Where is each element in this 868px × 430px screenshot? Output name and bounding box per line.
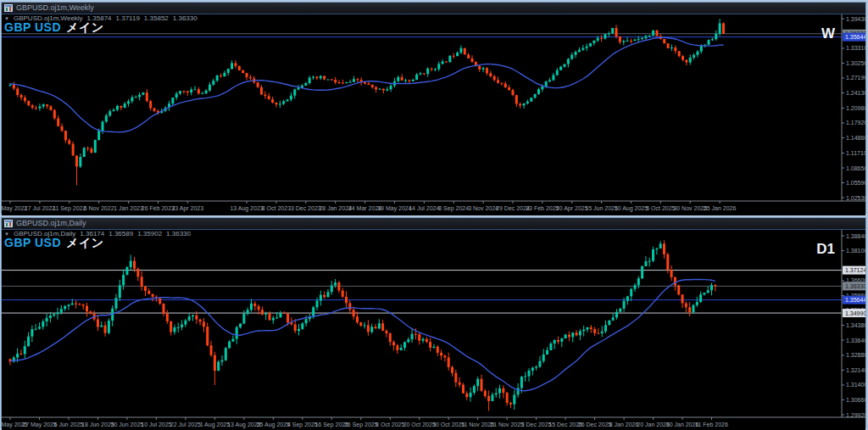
- weekly-candlestick-chart[interactable]: 1.394301.333101.302501.271901.241301.209…: [2, 14, 865, 215]
- svg-text:1.08650: 1.08650: [846, 165, 865, 171]
- svg-text:1.33310: 1.33310: [846, 45, 865, 51]
- svg-text:8 Jan 2026: 8 Jan 2026: [609, 422, 639, 427]
- high-value: 1.36589: [108, 230, 133, 237]
- chart-window-weekly: GBPUSD.oj1m,Weekly 1.394301.333101.30250…: [1, 2, 866, 214]
- svg-text:1.14860: 1.14860: [846, 135, 865, 141]
- window-title: GBPUSD.oj1m,Weekly: [16, 3, 94, 14]
- svg-text:1.30660: 1.30660: [846, 397, 865, 403]
- close-value: 1.36330: [173, 14, 198, 22]
- svg-text:20 Jan 2026: 20 Jan 2026: [637, 422, 670, 427]
- svg-text:29 Dec 2024: 29 Dec 2024: [496, 205, 530, 211]
- svg-text:1.35644: 1.35644: [845, 297, 865, 303]
- daily-candlestick-chart[interactable]: 1.388401.381001.366001.358601.351201.343…: [2, 230, 865, 430]
- weekly-period-label: W: [821, 25, 835, 42]
- svg-text:21 Nov 2025: 21 Nov 2025: [490, 422, 524, 427]
- svg-text:1.05590: 1.05590: [846, 180, 865, 186]
- svg-text:3 Dec 2023: 3 Dec 2023: [291, 205, 321, 211]
- svg-text:3 Nov 2024: 3 Nov 2024: [468, 205, 498, 211]
- weekly-chart-area: 1.394301.333101.302501.271901.241301.209…: [2, 14, 865, 213]
- svg-text:1.02530: 1.02530: [846, 195, 865, 201]
- svg-text:11 Feb 2026: 11 Feb 2026: [695, 422, 728, 427]
- svg-text:1.38100: 1.38100: [846, 248, 865, 254]
- svg-text:25 Aug 2025: 25 Aug 2025: [257, 422, 290, 428]
- svg-text:26 Dec 2025: 26 Dec 2025: [578, 422, 612, 427]
- daily-chart-area: 1.388401.381001.366001.358601.351201.343…: [2, 230, 865, 427]
- daily-window-title-bar[interactable]: GBPUSD.oj1m,Daily: [2, 218, 865, 230]
- svg-text:5 Oct 2025: 5 Oct 2025: [646, 205, 675, 211]
- svg-text:1.35644: 1.35644: [845, 34, 865, 40]
- svg-text:3 Dec 2025: 3 Dec 2025: [521, 422, 552, 427]
- svg-text:23 Apr 2023: 23 Apr 2023: [171, 205, 203, 212]
- svg-text:1.39430: 1.39430: [846, 16, 865, 22]
- low-value: 1.35852: [144, 14, 169, 22]
- svg-text:8 Oct 2023: 8 Oct 2023: [262, 205, 291, 211]
- svg-text:23 Feb 2025: 23 Feb 2025: [526, 205, 559, 211]
- svg-text:1.33640: 1.33640: [846, 338, 865, 343]
- svg-text:20 Apr 2025: 20 Apr 2025: [556, 205, 588, 212]
- svg-text:10 Jul 2025: 10 Jul 2025: [141, 422, 171, 427]
- low-value: 1.35902: [137, 230, 162, 237]
- svg-text:28 Jan 2024: 28 Jan 2024: [319, 205, 352, 211]
- svg-text:1 Jan 2023: 1 Jan 2023: [114, 205, 143, 211]
- svg-text:15 Jun 2025: 15 Jun 2025: [585, 205, 618, 211]
- svg-text:1.27190: 1.27190: [846, 75, 865, 81]
- svg-text:1.31400: 1.31400: [846, 382, 865, 388]
- svg-text:14 Jul 2024: 14 Jul 2024: [409, 205, 439, 211]
- svg-text:1.11710: 1.11710: [846, 150, 865, 156]
- svg-text:30 Jan 2026: 30 Jan 2026: [666, 422, 699, 427]
- svg-text:1.24130: 1.24130: [846, 90, 865, 96]
- svg-text:25 Jan 2026: 25 Jan 2026: [704, 205, 737, 211]
- svg-text:1.20980: 1.20980: [846, 105, 865, 111]
- svg-text:13 Aug 2023: 13 Aug 2023: [230, 205, 263, 212]
- svg-text:10 Aug 2025: 10 Aug 2025: [615, 205, 648, 212]
- svg-text:18 Jun 2025: 18 Jun 2025: [81, 422, 114, 427]
- svg-text:1 Aug 2025: 1 Aug 2025: [200, 422, 231, 428]
- svg-text:22 Jul 2025: 22 Jul 2025: [170, 422, 201, 427]
- chart-window-icon: [4, 220, 13, 227]
- window-title: GBPUSD.oj1m,Daily: [16, 218, 86, 229]
- chart-window-daily: GBPUSD.oj1m,Daily 1.388401.381001.366001…: [1, 217, 866, 428]
- svg-text:1.34990: 1.34990: [845, 310, 865, 316]
- svg-text:27 May 2025: 27 May 2025: [22, 422, 57, 428]
- daily-period-label: D1: [816, 241, 835, 258]
- svg-text:30 Nov 2025: 30 Nov 2025: [673, 205, 707, 211]
- svg-text:1.32880: 1.32880: [846, 352, 865, 358]
- svg-text:30 Oct 2025: 30 Oct 2025: [432, 422, 465, 427]
- svg-text:1.30250: 1.30250: [846, 60, 865, 66]
- svg-text:26 Feb 2023: 26 Feb 2023: [142, 205, 175, 211]
- svg-text:17 Jul 2022: 17 Jul 2022: [25, 205, 55, 211]
- svg-text:1.38840: 1.38840: [846, 233, 865, 239]
- svg-text:1.34380: 1.34380: [846, 322, 865, 328]
- svg-text:1.37124: 1.37124: [845, 267, 865, 273]
- svg-text:11 Sep 2022: 11 Sep 2022: [53, 205, 86, 212]
- symbol-watermark: GBP USDメイン: [4, 236, 104, 251]
- svg-text:30 Jun 2025: 30 Jun 2025: [111, 422, 144, 427]
- symbol-watermark: GBP USDメイン: [4, 20, 104, 36]
- mt4-workspace: GBPUSD.oj1m,Weekly 1.394301.333101.30250…: [0, 0, 868, 430]
- chart-window-icon: [4, 4, 13, 12]
- svg-text:1.36330: 1.36330: [845, 283, 865, 289]
- svg-text:6 Jun 2025: 6 Jun 2025: [54, 422, 84, 427]
- svg-text:6 Nov 2022: 6 Nov 2022: [84, 205, 114, 211]
- svg-text:19 May 2024: 19 May 2024: [377, 205, 412, 212]
- svg-text:1.32140: 1.32140: [846, 367, 865, 373]
- svg-text:8 Sep 2024: 8 Sep 2024: [438, 205, 469, 212]
- svg-text:1.17920: 1.17920: [846, 120, 865, 126]
- close-value: 1.36330: [166, 230, 191, 237]
- svg-text:1.29920: 1.29920: [846, 412, 865, 418]
- svg-text:8 Oct 2025: 8 Oct 2025: [376, 422, 404, 427]
- svg-text:20 Oct 2025: 20 Oct 2025: [403, 422, 436, 427]
- weekly-window-title-bar[interactable]: GBPUSD.oj1m,Weekly: [2, 3, 865, 14]
- svg-text:26 Sep 2025: 26 Sep 2025: [344, 422, 378, 428]
- svg-text:4 Sep 2025: 4 Sep 2025: [287, 422, 318, 428]
- high-value: 1.37119: [116, 14, 140, 22]
